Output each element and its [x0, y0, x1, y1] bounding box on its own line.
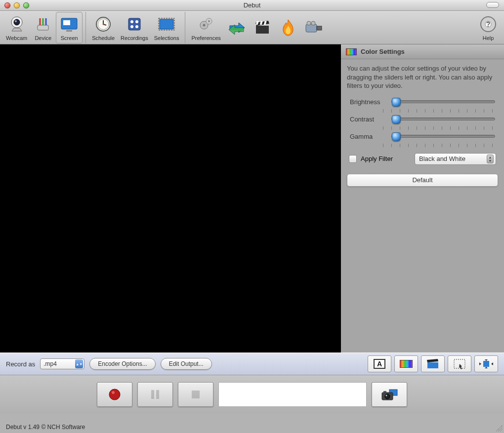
default-button-label: Default [412, 176, 432, 184]
device-icon [33, 14, 53, 34]
schedule-label: Schedule [92, 35, 115, 41]
svg-point-18 [130, 25, 133, 28]
svg-rect-31 [317, 26, 322, 30]
svg-point-32 [307, 21, 311, 25]
svg-point-23 [203, 24, 206, 26]
svg-rect-30 [306, 24, 317, 32]
svg-point-1 [14, 19, 20, 25]
format-select[interactable]: .mp4 ▲▼ [40, 358, 84, 369]
edit-output-button[interactable]: Edit Output... [161, 358, 212, 370]
default-button[interactable]: Default [347, 174, 498, 187]
camera-icon [380, 388, 398, 401]
gamma-label: Gamma [350, 133, 388, 140]
stop-icon [191, 390, 201, 399]
clock-icon [93, 14, 113, 34]
marquee-cursor-icon [453, 358, 466, 369]
stop-button[interactable] [178, 382, 213, 407]
filter-select[interactable]: Black and White ▲▼ [415, 153, 496, 165]
brightness-slider[interactable] [391, 100, 495, 103]
version-text: Debut v 1.49 © NCH Software [6, 424, 85, 431]
titlebar: Debut [0, 0, 504, 11]
webcam-label: Webcam [6, 35, 27, 41]
filter-selected-value: Black and White [419, 155, 465, 162]
main-area: Color Settings You can adjust the color … [0, 44, 504, 353]
svg-rect-3 [38, 25, 48, 30]
svg-text:A: A [377, 360, 382, 368]
options-bar: Record as .mp4 ▲▼ Encoder Options... Edi… [0, 353, 504, 375]
gears-icon [196, 14, 216, 34]
window-title: Debut [244, 1, 261, 9]
selections-button[interactable]: Selections [151, 12, 182, 43]
panel-description: You can adjust the color settings of you… [341, 59, 504, 95]
flame-icon [278, 18, 298, 38]
screen-label: Screen [61, 35, 78, 41]
svg-point-43 [112, 391, 115, 394]
help-icon: ? [478, 14, 498, 34]
color-settings-toggle-button[interactable] [394, 355, 418, 372]
record-as-label: Record as [6, 360, 35, 368]
help-button[interactable]: ? Help [475, 12, 501, 43]
preferences-button[interactable]: Preferences [188, 12, 223, 43]
status-bar: Debut v 1.49 © NCH Software [0, 421, 504, 433]
status-display [218, 382, 367, 407]
svg-rect-8 [63, 20, 70, 25]
webcam-button[interactable]: Webcam [3, 12, 30, 43]
svg-point-50 [386, 395, 387, 396]
encoder-options-label: Encoder Options... [98, 360, 147, 367]
burn-button[interactable] [275, 12, 301, 43]
zoom-window-button[interactable] [23, 2, 29, 8]
recordings-button[interactable]: Recordings [118, 12, 151, 43]
pause-button[interactable] [137, 382, 173, 407]
svg-point-2 [15, 20, 17, 22]
effects-toggle-button[interactable] [421, 355, 445, 372]
svg-rect-9 [66, 30, 72, 32]
format-value: .mp4 [43, 360, 57, 367]
gamma-slider[interactable] [391, 135, 495, 138]
svg-text:?: ? [486, 20, 491, 28]
svg-rect-41 [483, 361, 489, 367]
contrast-label: Contrast [350, 116, 388, 123]
clapperboard-icon [252, 18, 272, 38]
video-preview [0, 44, 341, 353]
screen-button[interactable]: Screen [56, 12, 83, 43]
svg-rect-39 [427, 362, 438, 368]
svg-point-14 [103, 23, 104, 25]
clapper-button[interactable] [250, 12, 275, 43]
recordings-label: Recordings [121, 35, 148, 41]
apply-filter-checkbox[interactable] [349, 155, 357, 163]
svg-point-19 [135, 25, 138, 28]
caption-toggle-button[interactable]: A [368, 355, 391, 372]
svg-rect-26 [256, 26, 269, 34]
transport-bar [0, 375, 504, 414]
svg-rect-44 [151, 390, 154, 399]
toolbar-toggle-pill[interactable] [486, 2, 499, 8]
transfer-button[interactable] [224, 12, 250, 43]
dropdown-arrows-icon: ▲▼ [487, 155, 494, 163]
preferences-label: Preferences [191, 35, 220, 41]
caption-a-icon: A [374, 359, 385, 369]
resize-arrows-icon [479, 358, 493, 369]
pause-icon [150, 389, 161, 400]
color-settings-panel: Color Settings You can adjust the color … [341, 44, 504, 353]
record-button[interactable] [97, 382, 132, 407]
svg-rect-15 [128, 18, 140, 30]
camcorder-icon [304, 18, 324, 38]
close-window-button[interactable] [4, 2, 10, 8]
schedule-button[interactable]: Schedule [89, 12, 118, 43]
encoder-options-button[interactable]: Encoder Options... [89, 358, 155, 370]
contrast-slider[interactable] [391, 118, 495, 120]
minimize-window-button[interactable] [14, 2, 20, 8]
snapshot-button[interactable] [372, 382, 407, 407]
svg-point-17 [135, 20, 138, 23]
crop-toggle-button[interactable] [474, 355, 498, 372]
device-button[interactable]: Device [30, 12, 56, 43]
svg-rect-45 [156, 390, 159, 399]
panel-header: Color Settings [341, 44, 504, 59]
selection-toggle-button[interactable] [448, 355, 471, 372]
film-reel-icon [125, 14, 144, 34]
webcam-icon [7, 14, 27, 34]
resize-grip[interactable] [496, 425, 503, 432]
camcorder-button[interactable] [301, 12, 327, 43]
svg-point-42 [109, 389, 120, 400]
edit-output-label: Edit Output... [169, 360, 204, 367]
